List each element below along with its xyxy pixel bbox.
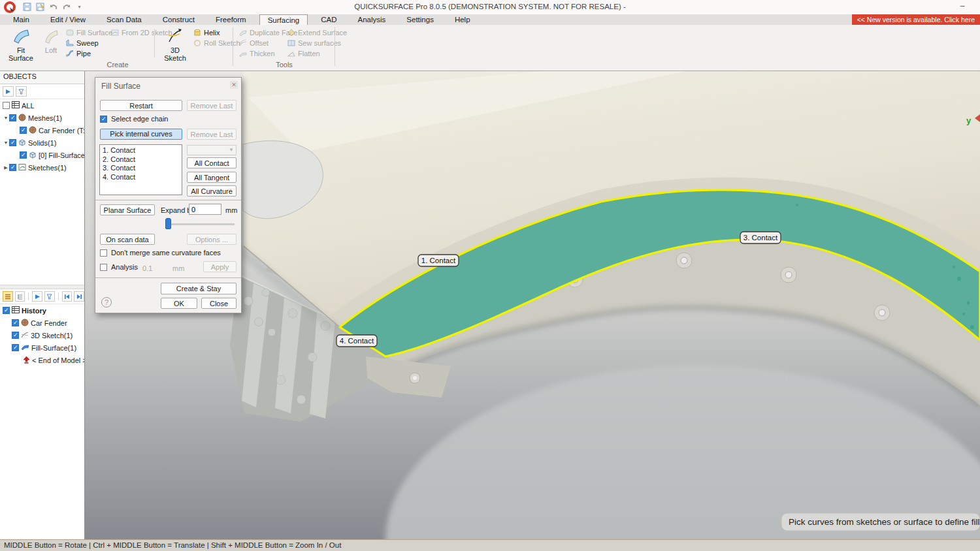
select-edge-chain-row[interactable]: Select edge chain xyxy=(100,115,168,123)
menu-tab-surfacing[interactable]: Surfacing xyxy=(259,14,308,25)
constraint-dropdown[interactable]: ▼ xyxy=(187,145,237,155)
tree-item-sketches[interactable]: ▶ Sketches(1) xyxy=(0,161,84,174)
pick-internal-curves-button[interactable]: Pick internal curves xyxy=(100,129,182,140)
skip-to-end-icon[interactable] xyxy=(74,291,84,302)
tree-item-meshes[interactable]: ▼ Meshes(1) xyxy=(0,112,84,124)
menu-tab-analysis[interactable]: Analysis xyxy=(350,14,394,25)
history-item-end-of-model[interactable]: < End of Model > xyxy=(0,354,84,366)
ribbon-group-tools-label: Tools xyxy=(245,61,323,69)
analysis-row[interactable]: Analysis xyxy=(100,263,138,271)
contact-label-3[interactable]: 3. Contact xyxy=(740,232,781,244)
history-play-icon[interactable] xyxy=(32,291,42,302)
all-curvature-button[interactable]: All Curvature xyxy=(187,185,237,197)
expand-slider-track[interactable] xyxy=(165,223,235,225)
play-filter-icon[interactable] xyxy=(3,86,14,97)
on-scan-data-button[interactable]: On scan data xyxy=(100,234,155,245)
restart-button[interactable]: Restart xyxy=(100,100,182,111)
close-button[interactable]: Close xyxy=(201,298,237,309)
menu-tab-scan-data[interactable]: Scan Data xyxy=(99,14,150,25)
history-3d-sketch-checkbox[interactable] xyxy=(12,332,19,339)
history-toolbar xyxy=(0,289,84,304)
meshes-checkbox[interactable] xyxy=(9,114,16,121)
svg-text:1. Contact: 1. Contact xyxy=(421,257,456,264)
panel-splitter[interactable] xyxy=(0,285,84,289)
extend-surface-button[interactable]: Extend Surface xyxy=(287,28,347,37)
ok-button[interactable]: OK xyxy=(161,298,197,309)
update-banner[interactable]: << New version is available. Click here xyxy=(852,14,980,25)
fill-surface-ribbon-button[interactable]: Fill Surface xyxy=(66,28,112,37)
contact-label-1[interactable]: 1. Contact xyxy=(418,255,459,266)
history-tree-view-icon[interactable] xyxy=(15,291,25,302)
all-tangent-button[interactable]: All Tangent xyxy=(187,172,237,183)
history-item-3d-sketch[interactable]: 3D Sketch(1) xyxy=(0,329,84,341)
history-filter-icon[interactable] xyxy=(44,291,55,302)
contact-list-item[interactable]: 3. Contact xyxy=(103,164,179,173)
select-edge-chain-checkbox[interactable] xyxy=(100,116,107,123)
tree-item-car-fender[interactable]: Car Fender (T: 2 xyxy=(0,124,84,136)
dont-merge-checkbox[interactable] xyxy=(100,249,107,257)
planar-surface-button[interactable]: Planar Surface xyxy=(100,204,155,215)
solids-checkbox[interactable] xyxy=(9,139,16,146)
menu-tab-help[interactable]: Help xyxy=(447,14,478,25)
help-icon[interactable]: ? xyxy=(101,297,112,307)
menu-tab-edit-view[interactable]: Edit / View xyxy=(42,14,93,25)
skip-to-start-icon[interactable] xyxy=(62,291,73,302)
all-checkbox[interactable] xyxy=(3,102,10,109)
3d-sketch-button[interactable]: 3D Sketch xyxy=(161,27,189,62)
offset-icon xyxy=(239,39,247,47)
expand-by-input[interactable] xyxy=(189,204,221,215)
tree-item-history[interactable]: History xyxy=(0,304,84,317)
window-title: QUICKSURFACE Pro 8.0.5 (DEMONSTRATION SY… xyxy=(0,3,980,10)
remove-last-2-button[interactable]: Remove Last xyxy=(187,129,237,140)
minimize-button[interactable]: – xyxy=(956,1,968,12)
expander-icon[interactable]: ▼ xyxy=(3,140,9,145)
sketches-checkbox[interactable] xyxy=(9,164,16,171)
history-checkbox[interactable] xyxy=(3,307,10,314)
fill-surface-checkbox[interactable] xyxy=(20,151,27,159)
filter-icon[interactable] xyxy=(16,86,27,97)
menu-tab-main[interactable]: Main xyxy=(5,14,37,25)
cube-icon xyxy=(18,138,26,148)
end-of-model-icon xyxy=(23,356,30,365)
contact-label-4[interactable]: 4. Contact xyxy=(336,335,377,347)
dialog-close-icon[interactable]: ✕ xyxy=(230,81,238,89)
contact-list-item[interactable]: 1. Contact xyxy=(103,146,179,155)
sweep-icon xyxy=(66,39,74,47)
expand-slider-thumb[interactable] xyxy=(165,218,171,229)
helix-button[interactable]: Helix xyxy=(193,28,220,37)
duplicate-face-icon xyxy=(239,29,247,37)
tree-item-solids[interactable]: ▼ Solids(1) xyxy=(0,136,84,149)
expander-icon[interactable]: ▼ xyxy=(3,116,9,120)
create-and-stay-button[interactable]: Create & Stay xyxy=(161,283,237,294)
remove-last-button[interactable]: Remove Last xyxy=(187,100,237,111)
expander-icon[interactable]: ▶ xyxy=(3,165,9,170)
history-list-view-icon[interactable] xyxy=(3,291,13,302)
offset-button[interactable]: Offset xyxy=(239,39,269,48)
pipe-button[interactable]: Pipe xyxy=(66,49,91,58)
history-car-fender-checkbox[interactable] xyxy=(12,319,19,326)
history-item-car-fender[interactable]: Car Fender xyxy=(0,317,84,329)
car-fender-checkbox[interactable] xyxy=(20,127,27,134)
contact-list-item[interactable]: 2. Contact xyxy=(103,155,179,165)
menu-tab-construct[interactable]: Construct xyxy=(155,14,203,25)
history-fill-surface-checkbox[interactable] xyxy=(12,344,19,351)
fit-surface-button[interactable]: Fit Surface xyxy=(5,27,37,62)
flatten-button[interactable]: Flatten xyxy=(287,49,320,58)
sweep-button[interactable]: Sweep xyxy=(66,39,99,48)
history-item-fill-surface[interactable]: Fill-Surface(1) xyxy=(0,341,84,354)
menu-tab-settings[interactable]: Settings xyxy=(399,14,442,25)
contact-list[interactable]: 1. Contact 2. Contact 3. Contact 4. Cont… xyxy=(99,144,182,195)
loft-button[interactable]: Loft xyxy=(38,27,64,54)
tree-item-fill-surface[interactable]: [0] Fill-Surface(1 xyxy=(0,149,84,161)
analysis-checkbox[interactable] xyxy=(100,264,107,271)
contact-list-item[interactable]: 4. Contact xyxy=(103,173,179,182)
options-button[interactable]: Options ... xyxy=(187,234,237,245)
sew-surfaces-button[interactable]: Sew surfaces xyxy=(287,39,341,48)
apply-button[interactable]: Apply xyxy=(203,261,237,272)
all-contact-button[interactable]: All Contact xyxy=(187,157,237,168)
tree-item-all[interactable]: ALL xyxy=(0,99,84,112)
dont-merge-row[interactable]: Don't merge same curvature faces xyxy=(100,249,221,257)
menu-tab-cad[interactable]: CAD xyxy=(313,14,344,25)
menu-tab-freeform[interactable]: Freeform xyxy=(208,14,254,25)
thicken-button[interactable]: Thicken xyxy=(239,49,275,58)
